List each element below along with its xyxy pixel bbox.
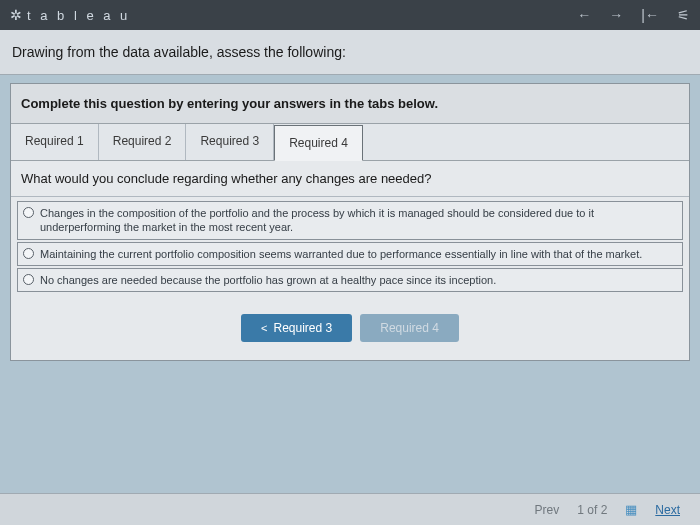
question-nav: <Required 3 Required 4 (11, 302, 689, 360)
options-list: Changes in the composition of the portfo… (11, 197, 689, 302)
revert-icon[interactable]: |← (641, 7, 659, 23)
footer-next[interactable]: Next (655, 503, 680, 517)
option-row[interactable]: Maintaining the current portfolio compos… (17, 242, 683, 266)
prev-question-button[interactable]: <Required 3 (241, 314, 352, 342)
question-text: What would you conclude regarding whethe… (11, 161, 689, 197)
page-indicator: 1 of 2 (577, 503, 607, 517)
top-bar: ✲ t a b l e a u ← → |← ⚟ (0, 0, 700, 30)
share-icon[interactable]: ⚟ (677, 7, 690, 23)
brand: ✲ t a b l e a u (10, 7, 130, 23)
tabs-row: Required 1 Required 2 Required 3 Require… (11, 124, 689, 161)
topbar-actions: ← → |← ⚟ (577, 7, 690, 23)
option-label: No changes are needed because the portfo… (40, 273, 496, 287)
footer-prev[interactable]: Prev (535, 503, 560, 517)
option-label: Maintaining the current portfolio compos… (40, 247, 642, 261)
next-question-button[interactable]: Required 4 (360, 314, 459, 342)
option-row[interactable]: Changes in the composition of the portfo… (17, 201, 683, 240)
footer-bar: Prev 1 of 2 ▦ Next (0, 493, 700, 525)
instruction-text: Complete this question by entering your … (11, 84, 689, 124)
question-card: Complete this question by entering your … (10, 83, 690, 361)
option-label: Changes in the composition of the portfo… (40, 206, 677, 235)
tab-required-2[interactable]: Required 2 (99, 124, 187, 160)
prompt-text: Drawing from the data available, assess … (0, 30, 700, 75)
back-icon[interactable]: ← (577, 7, 591, 23)
radio-icon[interactable] (23, 248, 34, 259)
tab-required-4[interactable]: Required 4 (274, 125, 363, 161)
brand-text: t a b l e a u (27, 8, 130, 23)
grid-icon[interactable]: ▦ (625, 502, 637, 517)
tableau-icon: ✲ (10, 7, 22, 23)
tab-required-1[interactable]: Required 1 (11, 124, 99, 160)
option-row[interactable]: No changes are needed because the portfo… (17, 268, 683, 292)
tab-required-3[interactable]: Required 3 (186, 124, 274, 160)
forward-icon[interactable]: → (609, 7, 623, 23)
chevron-left-icon: < (261, 322, 267, 334)
radio-icon[interactable] (23, 207, 34, 218)
radio-icon[interactable] (23, 274, 34, 285)
